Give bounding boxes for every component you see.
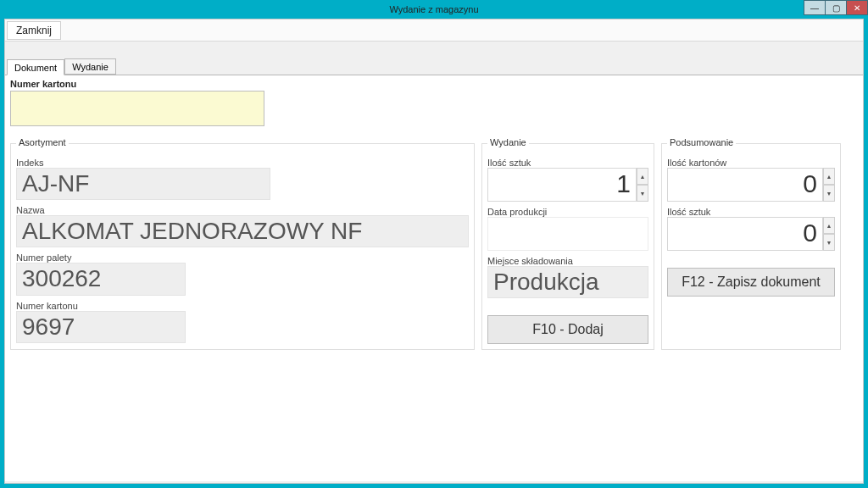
- spin-up-icon[interactable]: ▲: [637, 168, 648, 185]
- titlebar: Wydanie z magazynu — ▢ ✕: [0, 0, 868, 19]
- spin-up-icon[interactable]: ▲: [823, 168, 835, 185]
- tabstrip: Dokument Wydanie: [5, 57, 863, 75]
- group-asortyment: Asortyment Indeks AJ-NF Nazwa ALKOMAT JE…: [10, 143, 475, 350]
- maximize-button[interactable]: ▢: [825, 0, 847, 15]
- spin-up-icon[interactable]: ▲: [823, 217, 835, 234]
- wyd-sztuk-spinner[interactable]: 1 ▲ ▼: [487, 168, 648, 202]
- spin-down-icon[interactable]: ▼: [823, 185, 835, 202]
- dodaj-button[interactable]: F10 - Dodaj: [487, 315, 648, 344]
- pod-sztuk-spinner[interactable]: 0 ▲ ▼: [667, 217, 835, 251]
- nazwa-label: Nazwa: [16, 205, 469, 215]
- window-title: Wydanie z magazynu: [389, 4, 478, 14]
- pod-kartonow-value[interactable]: 0: [667, 168, 823, 202]
- nazwa-value: ALKOMAT JEDNORAZOWY NF: [16, 215, 469, 247]
- pod-kartonow-spinner[interactable]: 0 ▲ ▼: [667, 168, 835, 202]
- close-button[interactable]: ✕: [846, 0, 868, 15]
- tab-dokument[interactable]: Dokument: [7, 59, 64, 75]
- group-podsum-legend: Podsumowanie: [667, 137, 736, 147]
- tab-wydanie[interactable]: Wydanie: [64, 58, 116, 75]
- indeks-value: AJ-NF: [16, 168, 270, 200]
- indeks-label: Indeks: [16, 158, 469, 168]
- menu-close[interactable]: Zamknij: [7, 21, 61, 40]
- group-wydanie-legend: Wydanie: [487, 137, 529, 147]
- wyd-sztuk-value[interactable]: 1: [487, 168, 637, 202]
- zapisz-button[interactable]: F12 - Zapisz dokument: [667, 268, 835, 297]
- pod-sztuk-label: Ilość sztuk: [667, 207, 835, 217]
- spin-down-icon[interactable]: ▼: [823, 234, 835, 251]
- pod-sztuk-value[interactable]: 0: [667, 217, 823, 251]
- window-controls: — ▢ ✕: [804, 0, 868, 17]
- wyd-sztuk-label: Ilość sztuk: [487, 158, 648, 168]
- karton-value: 9697: [16, 311, 186, 343]
- numer-kartonu-label: Numer kartonu: [10, 79, 858, 89]
- paleta-value: 300262: [16, 263, 186, 295]
- wyd-data-label: Data produkcji: [487, 207, 648, 217]
- minimize-button[interactable]: —: [804, 0, 826, 15]
- paleta-label: Numer palety: [16, 252, 469, 263]
- numer-kartonu-input[interactable]: [10, 91, 264, 126]
- app-frame: Zamknij Dokument Wydanie Numer kartonu A…: [4, 19, 864, 484]
- karton-label: Numer kartonu: [16, 301, 469, 311]
- spin-down-icon[interactable]: ▼: [637, 185, 648, 202]
- wyd-data-value: [487, 217, 648, 251]
- wyd-miejsce-label: Miejsce składowania: [487, 256, 648, 266]
- pod-kartonow-label: Ilość kartonów: [667, 158, 835, 168]
- wyd-miejsce-value: Produkcja: [487, 266, 648, 298]
- group-asortyment-legend: Asortyment: [16, 137, 69, 147]
- group-podsumowanie: Podsumowanie Ilość kartonów 0 ▲ ▼ Ilość …: [661, 143, 841, 350]
- menubar: Zamknij: [5, 19, 863, 42]
- group-wydanie: Wydanie Ilość sztuk 1 ▲ ▼ Data produkcji…: [481, 143, 654, 350]
- tab-page-dokument: Numer kartonu Asortyment Indeks AJ-NF Na…: [5, 75, 863, 481]
